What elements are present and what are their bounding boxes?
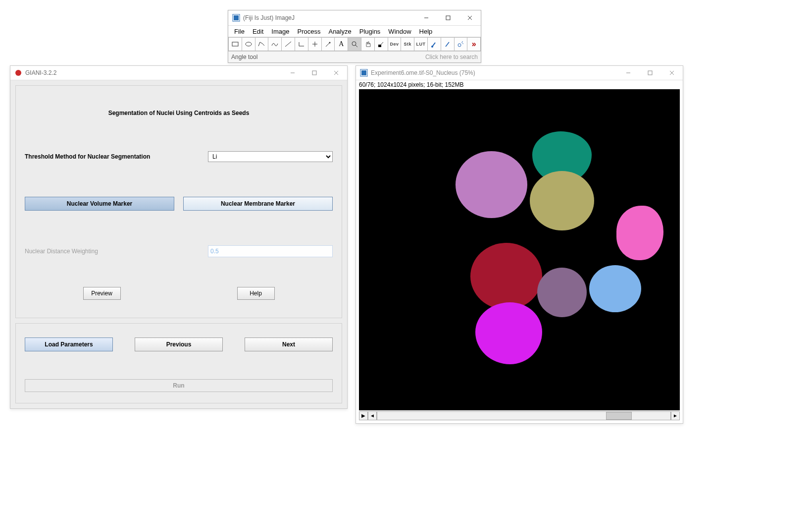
hand-tool-icon[interactable] xyxy=(361,37,374,51)
fiji-toolbar: A Dev Stk LUT » xyxy=(228,37,481,52)
color-picker-tool-icon[interactable] xyxy=(374,37,388,51)
image-result-window: Experiment6.ome.tif-S0_Nucleus (75%) 60/… xyxy=(355,65,683,424)
svg-line-11 xyxy=(326,43,330,47)
giani-title-text: GIANI-3.2.2 xyxy=(25,69,282,76)
oval-tool-icon[interactable] xyxy=(242,37,255,51)
minimize-button[interactable] xyxy=(617,66,639,80)
scroll-thumb[interactable] xyxy=(606,412,632,420)
fiji-title-text: (Fiji Is Just) ImageJ xyxy=(243,14,415,21)
line-tool-icon[interactable] xyxy=(281,37,295,51)
panel-heading: Segmentation of Nuclei Using Centroids a… xyxy=(25,110,333,116)
menu-edit[interactable]: Edit xyxy=(249,27,267,36)
point-tool-icon[interactable] xyxy=(308,37,321,51)
svg-rect-6 xyxy=(232,42,238,46)
svg-point-17 xyxy=(458,44,461,47)
text-tool-icon[interactable]: A xyxy=(334,37,348,51)
lut-tool-button[interactable]: LUT xyxy=(414,37,427,51)
svg-point-21 xyxy=(15,70,21,76)
nucleus-blob xyxy=(470,243,542,310)
svg-point-18 xyxy=(462,42,463,43)
menu-window[interactable]: Window xyxy=(384,27,415,36)
giani-upper-panel: Segmentation of Nuclei Using Centroids a… xyxy=(15,85,342,318)
maximize-button[interactable] xyxy=(437,10,459,25)
scroll-left-arrow-icon[interactable]: ◄ xyxy=(368,411,377,420)
nucleus-blob xyxy=(475,302,542,364)
image-canvas[interactable] xyxy=(359,89,680,410)
svg-point-20 xyxy=(462,41,463,42)
nucleus-blob xyxy=(616,206,663,260)
nuclear-volume-marker-button[interactable]: Nuclear Volume Marker xyxy=(25,197,174,211)
giani-app-icon xyxy=(14,69,22,77)
svg-line-8 xyxy=(285,42,291,47)
marker-row: Nuclear Volume Marker Nuclear Membrane M… xyxy=(25,197,333,211)
image-titlebar[interactable]: Experiment6.ome.tif-S0_Nucleus (75%) xyxy=(356,66,683,80)
distance-row: Nuclear Distance Weighting xyxy=(25,245,333,257)
nucleus-blob xyxy=(456,151,527,218)
close-button[interactable] xyxy=(459,10,481,25)
maximize-button[interactable] xyxy=(304,66,325,80)
scroll-play-icon[interactable]: ▶ xyxy=(359,411,368,420)
load-parameters-button[interactable]: Load Parameters xyxy=(25,338,113,351)
menu-analyze[interactable]: Analyze xyxy=(324,27,355,36)
rectangle-tool-icon[interactable] xyxy=(228,37,242,51)
nuclear-membrane-marker-button[interactable]: Nuclear Membrane Marker xyxy=(183,197,333,211)
stk-tool-button[interactable]: Stk xyxy=(401,37,414,51)
spray-tool-icon[interactable] xyxy=(454,37,467,51)
menu-help[interactable]: Help xyxy=(415,27,437,36)
menu-plugins[interactable]: Plugins xyxy=(355,27,385,36)
image-window-controls xyxy=(617,66,683,80)
scroll-right-arrow-icon[interactable]: ► xyxy=(671,411,680,420)
svg-point-7 xyxy=(246,42,252,46)
previous-button[interactable]: Previous xyxy=(135,338,223,351)
svg-rect-1 xyxy=(234,15,239,20)
minimize-button[interactable] xyxy=(415,10,437,25)
fiji-menubar: File Edit Image Process Analyze Plugins … xyxy=(228,26,481,37)
distance-weighting-input xyxy=(208,245,333,257)
slice-scrollbar[interactable]: ▶ ◄ ► xyxy=(359,411,680,420)
menu-image[interactable]: Image xyxy=(267,27,293,36)
freehand-tool-icon[interactable] xyxy=(268,37,281,51)
imagej-doc-icon xyxy=(360,69,368,77)
more-tools-icon[interactable]: » xyxy=(467,37,481,51)
giani-titlebar[interactable]: GIANI-3.2.2 xyxy=(10,66,347,80)
svg-point-13 xyxy=(352,42,356,46)
preview-button[interactable]: Preview xyxy=(83,287,121,300)
nucleus-blob xyxy=(530,171,594,230)
svg-point-16 xyxy=(431,46,433,48)
next-button[interactable]: Next xyxy=(245,338,333,351)
nav-row: Load Parameters Previous Next xyxy=(25,338,333,351)
minimize-button[interactable] xyxy=(282,66,304,80)
search-hint-text[interactable]: Click here to search xyxy=(425,54,478,60)
preview-help-row: Preview Help xyxy=(25,287,333,300)
svg-rect-23 xyxy=(312,71,316,75)
close-button[interactable] xyxy=(325,66,347,80)
svg-rect-27 xyxy=(361,70,366,75)
giani-window-controls xyxy=(282,66,347,80)
angle-tool-icon[interactable] xyxy=(295,37,308,51)
help-button[interactable]: Help xyxy=(237,287,275,300)
status-left-text: Angle tool xyxy=(231,54,425,60)
maximize-button[interactable] xyxy=(639,66,661,80)
fiji-main-window: (Fiji Is Just) ImageJ File Edit Image Pr… xyxy=(228,10,481,63)
pencil-tool-icon[interactable] xyxy=(441,37,454,51)
nucleus-blob xyxy=(537,268,587,317)
fiji-statusbar: Angle tool Click here to search xyxy=(228,52,481,62)
polygon-tool-icon[interactable] xyxy=(255,37,268,51)
menu-process[interactable]: Process xyxy=(294,27,325,36)
menu-file[interactable]: File xyxy=(230,27,249,36)
scroll-track[interactable] xyxy=(377,411,671,420)
threshold-label: Threshold Method for Nuclear Segmentatio… xyxy=(25,153,208,160)
brush-tool-icon[interactable] xyxy=(427,37,441,51)
wand-tool-icon[interactable] xyxy=(321,37,335,51)
svg-rect-15 xyxy=(378,45,381,47)
magnifier-tool-icon[interactable] xyxy=(348,37,361,51)
close-button[interactable] xyxy=(661,66,683,80)
fiji-app-icon xyxy=(232,14,240,22)
threshold-method-select[interactable]: Li xyxy=(208,151,333,162)
svg-point-19 xyxy=(463,43,464,44)
dev-tool-button[interactable]: Dev xyxy=(388,37,401,51)
giani-body: Segmentation of Nuclei Using Centroids a… xyxy=(10,80,347,408)
fiji-titlebar[interactable]: (Fiji Is Just) ImageJ xyxy=(228,10,481,26)
giani-window: GIANI-3.2.2 Segmentation of Nuclei Using… xyxy=(10,65,348,409)
window-controls xyxy=(415,10,481,25)
